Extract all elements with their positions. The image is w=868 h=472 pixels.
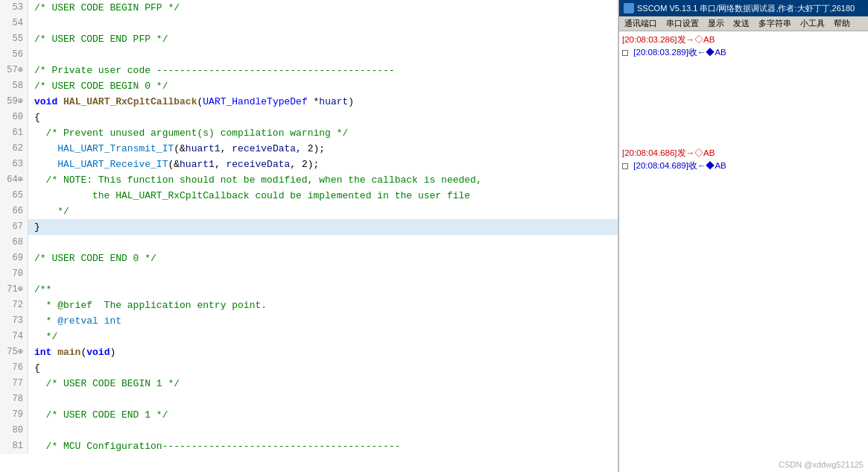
code-line-71: 71⊕ /** — [0, 282, 618, 298]
code-line-64: 64⊕ /* NOTE: This function should not be… — [0, 172, 618, 188]
sscom-entry-3: [20:08:04.686]发→◇AB — [622, 148, 865, 159]
line-num-55: 55 — [0, 31, 28, 47]
line-content-69: /* USER CODE END 0 */ — [28, 251, 618, 266]
line-content-73: * @retval int — [28, 313, 618, 329]
code-line-79: 79 /* USER CODE END 1 */ — [0, 407, 618, 423]
line-num-62: 62 — [0, 141, 28, 157]
sscom-entry-4: [20:08:04.689]收←◆AB — [622, 160, 865, 172]
code-line-77: 77 /* USER CODE BEGIN 1 */ — [0, 376, 618, 391]
line-num-58: 58 — [0, 78, 28, 94]
line-content-65: the HAL_UART_RxCpltCallback could be imp… — [28, 188, 618, 204]
code-line-76: 76 { — [0, 360, 618, 376]
sscom-menubar[interactable]: 通讯端口 串口设置 显示 发送 多字符串 小工具 帮助 — [619, 16, 868, 31]
line-content-76: { — [28, 360, 618, 376]
code-line-54: 54 — [0, 16, 618, 31]
line-content-63: HAL_UART_Receive_IT(&huart1, receiveData… — [28, 157, 618, 172]
line-content-74: */ — [28, 329, 618, 344]
code-line-63: 63 HAL_UART_Receive_IT(&huart1, receiveD… — [0, 157, 618, 172]
line-num-81: 81 — [0, 438, 28, 454]
sscom-titlebar: SSCOM V5.13.1 串口/网络数据调试器,作者:大虾丁丁,26180 — [619, 0, 868, 16]
line-content-80 — [28, 423, 618, 438]
sscom-app-icon — [624, 3, 634, 13]
line-content-56 — [28, 47, 618, 63]
menu-tongxun[interactable]: 通讯端口 — [621, 17, 661, 30]
code-line-55: 55 /* USER CODE END PFP */ — [0, 31, 618, 47]
code-line-65: 65 the HAL_UART_RxCpltCallback could be … — [0, 188, 618, 204]
line-content-75: int main(void) — [28, 344, 618, 360]
line-num-77: 77 — [0, 376, 28, 391]
line-content-71: /** — [28, 282, 618, 298]
code-line-73: 73 * @retval int — [0, 313, 618, 329]
code-panel: 53 /* USER CODE BEGIN PFP */ 54 55 /* US… — [0, 0, 618, 472]
menu-xianshi[interactable]: 显示 — [704, 17, 728, 30]
code-line-69: 69 /* USER CODE END 0 */ — [0, 251, 618, 266]
line-num-53: 53 — [0, 0, 28, 16]
line-content-66: */ — [28, 204, 618, 219]
line-content-72: * @brief The application entry point. — [28, 298, 618, 313]
code-area[interactable]: 53 /* USER CODE BEGIN PFP */ 54 55 /* US… — [0, 0, 618, 472]
sscom-entry-2: [20:08:03.289]收←◆AB — [622, 47, 865, 58]
code-line-70: 70 — [0, 266, 618, 282]
line-content-78 — [28, 391, 618, 407]
line-num-73: 73 — [0, 313, 28, 329]
line-num-60: 60 — [0, 110, 28, 125]
line-content-68 — [28, 235, 618, 251]
line-content-55: /* USER CODE END PFP */ — [28, 31, 618, 47]
line-num-78: 78 — [0, 391, 28, 407]
sscom-timestamp-1: [20:08:03.286]发→◇AB — [622, 35, 715, 44]
code-line-60: 60 { — [0, 110, 618, 125]
code-line-57: 57⊕ /* Private user code ---------------… — [0, 63, 618, 78]
line-num-66: 66 — [0, 204, 28, 219]
line-num-80: 80 — [0, 423, 28, 438]
menu-bangzhu[interactable]: 帮助 — [830, 17, 854, 30]
line-num-72: 72 — [0, 298, 28, 313]
sscom-checkbox-2[interactable] — [622, 50, 628, 56]
line-content-77: /* USER CODE BEGIN 1 */ — [28, 376, 618, 391]
line-content-81: /* MCU Configuration--------------------… — [28, 438, 618, 454]
line-num-63: 63 — [0, 157, 28, 172]
menu-duozi[interactable]: 多字符串 — [755, 17, 795, 30]
line-content-61: /* Prevent unused argument(s) compilatio… — [28, 125, 618, 141]
line-num-56: 56 — [0, 47, 28, 63]
menu-fasong[interactable]: 发送 — [729, 17, 753, 30]
menu-xiaogongju[interactable]: 小工具 — [796, 17, 829, 30]
line-num-54: 54 — [0, 16, 28, 31]
code-line-59: 59⊕ void HAL_UART_RxCpltCallback(UART_Ha… — [0, 94, 618, 110]
line-num-67: 67 — [0, 219, 28, 235]
line-num-65: 65 — [0, 188, 28, 204]
sscom-timestamp-3: [20:08:04.686]发→◇AB — [622, 148, 715, 157]
code-line-67: 67 } — [0, 219, 618, 235]
line-num-74: 74 — [0, 329, 28, 344]
line-num-59: 59⊕ — [0, 94, 28, 110]
code-line-56: 56 — [0, 47, 618, 63]
line-num-69: 69 — [0, 251, 28, 266]
code-line-53: 53 /* USER CODE BEGIN PFP */ — [0, 0, 618, 16]
line-content-53: /* USER CODE BEGIN PFP */ — [28, 0, 618, 16]
line-num-68: 68 — [0, 235, 28, 251]
line-content-59: void HAL_UART_RxCpltCallback(UART_Handle… — [28, 94, 618, 110]
line-num-57: 57⊕ — [0, 63, 28, 78]
line-num-79: 79 — [0, 407, 28, 423]
line-num-76: 76 — [0, 360, 28, 376]
code-line-58: 58 /* USER CODE BEGIN 0 */ — [0, 78, 618, 94]
menu-chuankou[interactable]: 串口设置 — [662, 17, 703, 30]
line-num-71: 71⊕ — [0, 282, 28, 298]
code-line-75: 75⊕ int main(void) — [0, 344, 618, 360]
sscom-entry-1: [20:08:03.286]发→◇AB — [622, 34, 865, 45]
line-content-54 — [28, 16, 618, 31]
line-content-64: /* NOTE: This function should not be mod… — [28, 172, 618, 188]
code-line-72: 72 * @brief The application entry point. — [0, 298, 618, 313]
code-line-62: 62 HAL_UART_Transmit_IT(&huart1, receive… — [0, 141, 618, 157]
line-content-67: } — [28, 219, 618, 235]
line-content-58: /* USER CODE BEGIN 0 */ — [28, 78, 618, 94]
line-content-60: { — [28, 110, 618, 125]
code-line-74: 74 */ — [0, 329, 618, 344]
line-num-75: 75⊕ — [0, 344, 28, 360]
line-content-70 — [28, 266, 618, 282]
sscom-checkbox-4[interactable] — [622, 163, 628, 169]
code-line-68: 68 — [0, 235, 618, 251]
sscom-timestamp-2: [20:08:03.289]收←◆AB — [633, 48, 726, 57]
code-line-61: 61 /* Prevent unused argument(s) compila… — [0, 125, 618, 141]
code-line-81: 81 /* MCU Configuration-----------------… — [0, 438, 618, 454]
code-line-66: 66 */ — [0, 204, 618, 219]
